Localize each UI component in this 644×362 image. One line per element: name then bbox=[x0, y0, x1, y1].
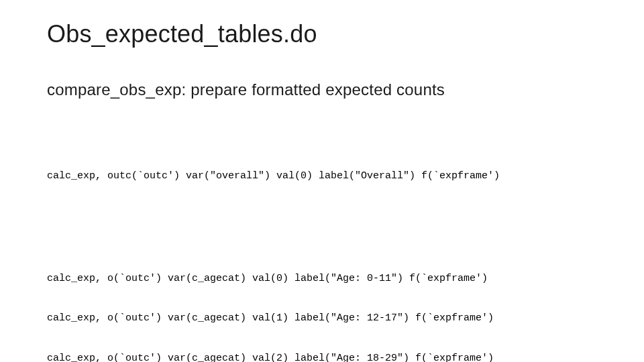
code-line: calc_exp, outc(`outc') var("overall") va… bbox=[47, 170, 604, 183]
code-line: calc_exp, o(`outc') var(c_agecat) val(0)… bbox=[47, 272, 604, 286]
code-group-agecat: calc_exp, o(`outc') var(c_agecat) val(0)… bbox=[47, 245, 604, 362]
code-group-overall: calc_exp, outc(`outc') var("overall") va… bbox=[47, 143, 604, 210]
code-block: calc_exp, outc(`outc') var("overall") va… bbox=[47, 115, 604, 362]
code-line: calc_exp, o(`outc') var(c_agecat) val(2)… bbox=[47, 352, 604, 362]
slide: Obs_expected_tables.do compare_obs_exp: … bbox=[0, 0, 644, 362]
code-line: calc_exp, o(`outc') var(c_agecat) val(1)… bbox=[47, 312, 604, 325]
section-subtitle: compare_obs_exp: prepare formatted expec… bbox=[47, 80, 604, 99]
page-title: Obs_expected_tables.do bbox=[47, 20, 604, 48]
